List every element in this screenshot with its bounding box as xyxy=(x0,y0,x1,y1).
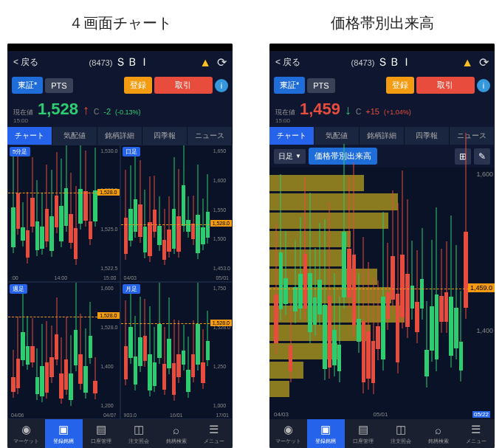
info-button[interactable]: i xyxy=(477,79,490,92)
panel-4chart: ４画面チャート < 戻る (8473) ＳＢＩ ▲ ⟳ 東証* PTS 登録 取… xyxy=(7,0,233,448)
price-c: C xyxy=(94,108,99,116)
tabs: チャート 気配値 銘柄詳細 四季報 ニュース xyxy=(7,127,233,145)
vol-by-price-button[interactable]: 価格帯別出来高 xyxy=(309,148,377,165)
price-change: +15 xyxy=(365,107,379,116)
info-button[interactable]: i xyxy=(215,79,228,92)
header: < 戻る (8473) ＳＢＩ ▲ ⟳ xyxy=(7,51,233,74)
nav-menu[interactable]: ☰メニュー xyxy=(457,419,495,448)
tab-dividend[interactable]: 気配値 xyxy=(314,127,360,145)
chart-5min[interactable]: 5分足 1,530.01,527.51,525.01,522.5 1,528.0… xyxy=(7,145,120,282)
button-row: 東証* PTS 登録 取引 i xyxy=(269,74,495,97)
panel-title: ４画面チャート xyxy=(7,0,233,44)
chart-body[interactable]: 5分足 1,530.01,527.51,525.01,522.5 1,528.0… xyxy=(7,145,233,419)
register-button[interactable]: 登録 xyxy=(386,77,414,94)
tab-chart[interactable]: チャート xyxy=(7,127,52,145)
refresh-icon[interactable]: ⟳ xyxy=(217,55,227,69)
header-title: (8473) ＳＢＩ xyxy=(89,55,151,69)
market-button[interactable]: 東証* xyxy=(274,77,305,94)
y-axis: 1,530.01,527.51,525.01,522.5 xyxy=(100,148,117,271)
price-pct: (-0.13%) xyxy=(115,108,141,116)
single-chart[interactable]: 1,6001,400 1,459.0 04/03 05/01 05/22 xyxy=(269,168,495,419)
folder-icon: ▣ xyxy=(318,422,333,437)
tab-news[interactable]: ニュース xyxy=(188,127,233,145)
globe-icon: ◉ xyxy=(18,422,33,437)
timeframe-label: 5分足 xyxy=(10,147,30,156)
price-value: 1,528 xyxy=(38,100,78,119)
x-axis: 903.016/0117/01 xyxy=(124,413,230,418)
price-c: C xyxy=(356,108,361,116)
chart-controls: 日足▼ 価格帯別出来高 ⊞ ✎ xyxy=(269,145,495,168)
book-icon: ◫ xyxy=(131,422,146,437)
nav-account[interactable]: ▤口座管理 xyxy=(83,419,120,448)
tab-shiki[interactable]: 四季報 xyxy=(142,127,188,145)
tab-dividend[interactable]: 気配値 xyxy=(52,127,97,145)
market-button[interactable]: 東証* xyxy=(12,77,43,94)
price-tag: 1,528.0 xyxy=(210,320,232,326)
nav-order[interactable]: ◫注文照会 xyxy=(382,419,419,448)
nav-search[interactable]: ⌕銘柄検索 xyxy=(419,419,457,448)
candles xyxy=(124,292,210,408)
warning-icon[interactable]: ▲ xyxy=(199,56,211,69)
candles xyxy=(11,154,97,271)
timeframe-label: 日足 xyxy=(123,147,140,156)
price-tag: 1,528.0 xyxy=(97,189,119,196)
chart-weekly[interactable]: 週足 1,6001,528.01,4001,200 1,528.0 04/060… xyxy=(7,282,120,419)
chart-body[interactable]: 1,6001,400 1,459.0 04/03 05/01 05/22 xyxy=(269,168,495,419)
stock-code: (8473) xyxy=(351,58,375,67)
tab-news[interactable]: ニュース xyxy=(450,127,495,145)
price-label: 現在値 xyxy=(275,108,295,117)
nav-registered[interactable]: ▣登録銘柄 xyxy=(307,419,345,448)
panel-title: 価格帯別出来高 xyxy=(269,0,495,44)
tab-detail[interactable]: 銘柄詳細 xyxy=(360,127,405,145)
account-icon: ▤ xyxy=(356,422,371,437)
price-time: 15:00 xyxy=(275,117,295,124)
nav-search[interactable]: ⌕銘柄検索 xyxy=(157,419,195,448)
tab-chart[interactable]: チャート xyxy=(269,127,314,145)
chevron-down-icon: ▼ xyxy=(295,153,301,159)
candles xyxy=(274,175,468,397)
chart-monthly[interactable]: 月足 1,7501,528.01,2501,000 1,528.0 903.01… xyxy=(120,282,233,419)
pts-button[interactable]: PTS xyxy=(45,78,72,93)
phone-screen: < 戻る (8473) ＳＢＩ ▲ ⟳ 東証* PTS 登録 取引 i 現在値 … xyxy=(269,44,495,448)
edit-button[interactable]: ✎ xyxy=(474,148,490,165)
candles xyxy=(11,292,97,408)
phone-screen: < 戻る (8473) ＳＢＩ ▲ ⟳ 東証* PTS 登録 取引 i 現在値 … xyxy=(7,44,233,448)
x-date-active: 05/22 xyxy=(472,411,490,418)
book-icon: ◫ xyxy=(393,422,408,437)
nav-market[interactable]: ◉マーケット xyxy=(269,419,307,448)
status-bar xyxy=(7,44,233,51)
refresh-icon[interactable]: ⟳ xyxy=(479,55,489,69)
timeframe-label: 月足 xyxy=(123,284,140,294)
price-change: -2 xyxy=(103,107,111,116)
trade-button[interactable]: 取引 xyxy=(154,77,213,94)
stock-code: (8473) xyxy=(89,58,113,67)
register-button[interactable]: 登録 xyxy=(124,77,152,94)
nav-order[interactable]: ◫注文照会 xyxy=(120,419,157,448)
chart-daily[interactable]: 日足 1,6501,6001,5501,5001,453.0 1,528.0 0… xyxy=(120,145,233,282)
stock-logo: ＳＢＩ xyxy=(115,55,151,69)
button-row: 東証* PTS 登録 取引 i xyxy=(7,74,233,97)
timeframe-select[interactable]: 日足▼ xyxy=(274,149,306,164)
back-button[interactable]: < 戻る xyxy=(13,56,38,69)
nav-menu[interactable]: ☰メニュー xyxy=(195,419,233,448)
nav-market[interactable]: ◉マーケット xyxy=(7,419,45,448)
search-icon: ⌕ xyxy=(169,422,184,437)
account-icon: ▤ xyxy=(94,422,109,437)
status-bar xyxy=(269,44,495,51)
x-axis: :0014:0015:00 xyxy=(11,275,117,280)
tab-detail[interactable]: 銘柄詳細 xyxy=(97,127,142,145)
menu-icon: ☰ xyxy=(469,422,484,437)
panel-volbyprice: 価格帯別出来高 < 戻る (8473) ＳＢＩ ▲ ⟳ 東証* PTS 登録 取… xyxy=(269,0,495,448)
price-tag: 1,528.0 xyxy=(210,220,232,227)
nav-account[interactable]: ▤口座管理 xyxy=(345,419,382,448)
pts-button[interactable]: PTS xyxy=(307,78,334,93)
trade-button[interactable]: 取引 xyxy=(416,77,475,94)
y-axis: 1,6001,528.01,4001,200 xyxy=(100,286,117,408)
grid-button[interactable]: ⊞ xyxy=(455,148,471,165)
back-button[interactable]: < 戻る xyxy=(275,56,300,69)
arrow-up-icon: ↑ xyxy=(83,103,89,118)
nav-registered[interactable]: ▣登録銘柄 xyxy=(45,419,83,448)
tab-shiki[interactable]: 四季報 xyxy=(405,127,450,145)
x-axis: 04/0604/07 xyxy=(11,413,117,418)
warning-icon[interactable]: ▲ xyxy=(461,56,473,69)
